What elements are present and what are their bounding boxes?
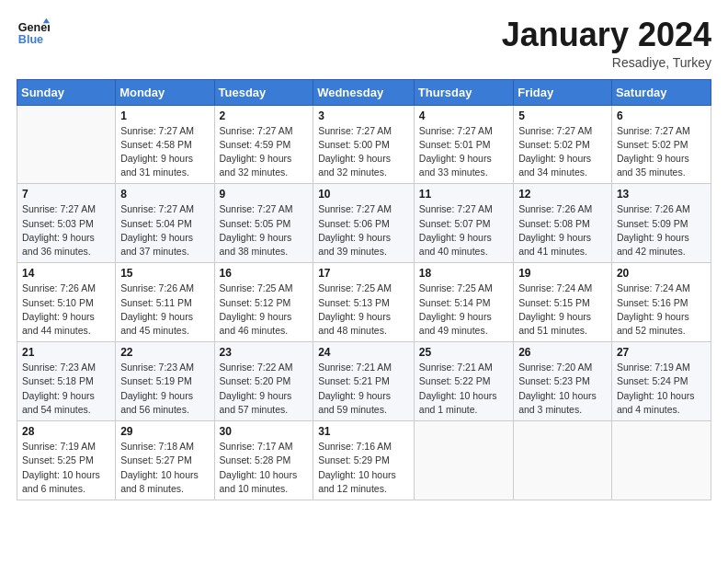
day-number: 17 xyxy=(318,267,409,280)
day-number: 27 xyxy=(617,346,706,359)
day-info: Sunrise: 7:25 AMSunset: 5:13 PMDaylight:… xyxy=(318,282,409,338)
table-row: 3Sunrise: 7:27 AMSunset: 5:00 PMDaylight… xyxy=(313,105,415,184)
table-row: 21Sunrise: 7:23 AMSunset: 5:18 PMDayligh… xyxy=(17,342,116,421)
table-row: 24Sunrise: 7:21 AMSunset: 5:21 PMDayligh… xyxy=(313,342,415,421)
day-info: Sunrise: 7:18 AMSunset: 5:27 PMDaylight:… xyxy=(120,440,209,496)
calendar-week-row: 21Sunrise: 7:23 AMSunset: 5:18 PMDayligh… xyxy=(17,342,711,421)
day-info: Sunrise: 7:26 AMSunset: 5:08 PMDaylight:… xyxy=(518,202,607,259)
table-row: 27Sunrise: 7:19 AMSunset: 5:24 PMDayligh… xyxy=(611,342,711,421)
day-info: Sunrise: 7:27 AMSunset: 5:07 PMDaylight:… xyxy=(419,202,508,259)
calendar-week-row: 14Sunrise: 7:26 AMSunset: 5:10 PMDayligh… xyxy=(17,263,711,342)
day-number: 22 xyxy=(120,346,209,359)
day-info: Sunrise: 7:19 AMSunset: 5:24 PMDaylight:… xyxy=(617,361,706,417)
day-info: Sunrise: 7:27 AMSunset: 5:03 PMDaylight:… xyxy=(22,202,110,259)
day-number: 24 xyxy=(318,346,409,359)
day-number: 12 xyxy=(518,188,607,201)
day-number: 7 xyxy=(22,188,110,201)
day-number: 21 xyxy=(22,346,110,359)
header-friday: Friday xyxy=(514,79,612,105)
table-row: 22Sunrise: 7:23 AMSunset: 5:19 PMDayligh… xyxy=(116,342,214,421)
table-row: 8Sunrise: 7:27 AMSunset: 5:04 PMDaylight… xyxy=(116,184,214,263)
table-row xyxy=(414,421,513,500)
table-row: 10Sunrise: 7:27 AMSunset: 5:06 PMDayligh… xyxy=(313,184,415,263)
header-sunday: Sunday xyxy=(17,79,116,105)
day-number: 25 xyxy=(419,346,508,359)
table-row: 7Sunrise: 7:27 AMSunset: 5:03 PMDaylight… xyxy=(17,184,116,263)
table-row xyxy=(514,421,612,500)
day-number: 31 xyxy=(318,425,409,438)
day-number: 10 xyxy=(318,188,409,201)
month-title: January 2024 xyxy=(502,17,711,53)
day-number: 18 xyxy=(419,267,508,280)
day-info: Sunrise: 7:23 AMSunset: 5:18 PMDaylight:… xyxy=(22,361,110,417)
calendar-header-row: Sunday Monday Tuesday Wednesday Thursday… xyxy=(17,79,711,105)
header-wednesday: Wednesday xyxy=(313,79,415,105)
table-row: 11Sunrise: 7:27 AMSunset: 5:07 PMDayligh… xyxy=(414,184,513,263)
table-row: 16Sunrise: 7:25 AMSunset: 5:12 PMDayligh… xyxy=(214,263,313,342)
day-number: 1 xyxy=(120,109,209,122)
table-row: 31Sunrise: 7:16 AMSunset: 5:29 PMDayligh… xyxy=(313,421,415,500)
day-info: Sunrise: 7:27 AMSunset: 5:05 PMDaylight:… xyxy=(220,202,309,259)
day-number: 19 xyxy=(518,267,607,280)
table-row: 9Sunrise: 7:27 AMSunset: 5:05 PMDaylight… xyxy=(214,184,313,263)
table-row: 30Sunrise: 7:17 AMSunset: 5:28 PMDayligh… xyxy=(214,421,313,500)
day-info: Sunrise: 7:27 AMSunset: 5:02 PMDaylight:… xyxy=(518,124,607,180)
table-row: 14Sunrise: 7:26 AMSunset: 5:10 PMDayligh… xyxy=(17,263,116,342)
page: General Blue January 2024 Resadiye, Turk… xyxy=(0,0,728,563)
calendar-week-row: 28Sunrise: 7:19 AMSunset: 5:25 PMDayligh… xyxy=(17,421,711,500)
day-number: 26 xyxy=(518,346,607,359)
day-number: 4 xyxy=(419,109,508,122)
day-number: 5 xyxy=(518,109,607,122)
day-info: Sunrise: 7:21 AMSunset: 5:21 PMDaylight:… xyxy=(318,361,409,417)
day-info: Sunrise: 7:25 AMSunset: 5:14 PMDaylight:… xyxy=(419,282,508,338)
day-info: Sunrise: 7:21 AMSunset: 5:22 PMDaylight:… xyxy=(419,361,508,417)
day-info: Sunrise: 7:23 AMSunset: 5:19 PMDaylight:… xyxy=(120,361,209,417)
day-info: Sunrise: 7:27 AMSunset: 5:06 PMDaylight:… xyxy=(318,202,409,259)
calendar-week-row: 1Sunrise: 7:27 AMSunset: 4:58 PMDaylight… xyxy=(17,105,711,184)
logo-icon: General Blue xyxy=(17,17,50,50)
day-info: Sunrise: 7:19 AMSunset: 5:25 PMDaylight:… xyxy=(22,440,110,496)
day-info: Sunrise: 7:17 AMSunset: 5:28 PMDaylight:… xyxy=(220,440,309,496)
day-number: 11 xyxy=(419,188,508,201)
header: General Blue January 2024 Resadiye, Turk… xyxy=(17,17,711,70)
location: Resadiye, Turkey xyxy=(502,55,711,70)
day-number: 28 xyxy=(22,425,110,438)
table-row xyxy=(611,421,711,500)
day-number: 20 xyxy=(617,267,706,280)
day-info: Sunrise: 7:27 AMSunset: 5:02 PMDaylight:… xyxy=(617,124,706,180)
header-saturday: Saturday xyxy=(611,79,711,105)
day-info: Sunrise: 7:26 AMSunset: 5:10 PMDaylight:… xyxy=(22,282,110,338)
calendar-week-row: 7Sunrise: 7:27 AMSunset: 5:03 PMDaylight… xyxy=(17,184,711,263)
day-info: Sunrise: 7:27 AMSunset: 4:59 PMDaylight:… xyxy=(220,124,309,180)
table-row: 2Sunrise: 7:27 AMSunset: 4:59 PMDaylight… xyxy=(214,105,313,184)
day-number: 6 xyxy=(617,109,706,122)
day-info: Sunrise: 7:26 AMSunset: 5:09 PMDaylight:… xyxy=(617,202,706,259)
day-info: Sunrise: 7:25 AMSunset: 5:12 PMDaylight:… xyxy=(220,282,309,338)
day-number: 16 xyxy=(220,267,309,280)
day-number: 8 xyxy=(120,188,209,201)
table-row: 20Sunrise: 7:24 AMSunset: 5:16 PMDayligh… xyxy=(611,263,711,342)
table-row: 1Sunrise: 7:27 AMSunset: 4:58 PMDaylight… xyxy=(116,105,214,184)
table-row: 23Sunrise: 7:22 AMSunset: 5:20 PMDayligh… xyxy=(214,342,313,421)
day-info: Sunrise: 7:22 AMSunset: 5:20 PMDaylight:… xyxy=(220,361,309,417)
day-info: Sunrise: 7:27 AMSunset: 5:00 PMDaylight:… xyxy=(318,124,409,180)
header-tuesday: Tuesday xyxy=(214,79,313,105)
day-info: Sunrise: 7:16 AMSunset: 5:29 PMDaylight:… xyxy=(318,440,409,496)
day-info: Sunrise: 7:26 AMSunset: 5:11 PMDaylight:… xyxy=(120,282,209,338)
day-number: 13 xyxy=(617,188,706,201)
day-number: 23 xyxy=(220,346,309,359)
header-monday: Monday xyxy=(116,79,214,105)
day-info: Sunrise: 7:27 AMSunset: 5:04 PMDaylight:… xyxy=(120,202,209,259)
day-number: 9 xyxy=(220,188,309,201)
day-info: Sunrise: 7:27 AMSunset: 5:01 PMDaylight:… xyxy=(419,124,508,180)
table-row: 28Sunrise: 7:19 AMSunset: 5:25 PMDayligh… xyxy=(17,421,116,500)
table-row: 4Sunrise: 7:27 AMSunset: 5:01 PMDaylight… xyxy=(414,105,513,184)
table-row: 25Sunrise: 7:21 AMSunset: 5:22 PMDayligh… xyxy=(414,342,513,421)
table-row: 26Sunrise: 7:20 AMSunset: 5:23 PMDayligh… xyxy=(514,342,612,421)
title-block: January 2024 Resadiye, Turkey xyxy=(502,17,711,70)
day-number: 2 xyxy=(220,109,309,122)
day-number: 3 xyxy=(318,109,409,122)
table-row: 15Sunrise: 7:26 AMSunset: 5:11 PMDayligh… xyxy=(116,263,214,342)
table-row: 12Sunrise: 7:26 AMSunset: 5:08 PMDayligh… xyxy=(514,184,612,263)
table-row: 5Sunrise: 7:27 AMSunset: 5:02 PMDaylight… xyxy=(514,105,612,184)
